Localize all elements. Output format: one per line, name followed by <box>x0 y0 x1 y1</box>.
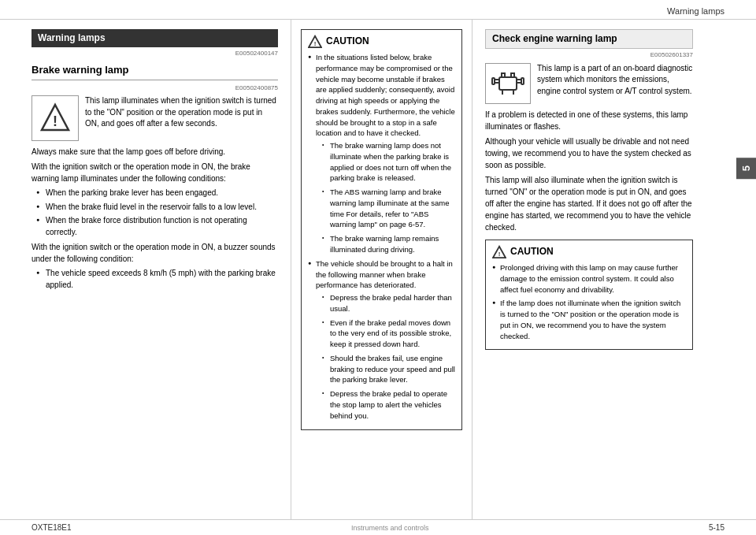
svg-rect-6 <box>492 78 495 84</box>
svg-rect-10 <box>511 73 514 77</box>
caution-body-right: Prolonged driving with this lamp on may … <box>492 262 686 341</box>
list-item: The brake warning lamp does not illumina… <box>322 140 455 184</box>
header-title: Warning lamps <box>667 6 724 16</box>
footer-center: Instruments and controls <box>351 524 429 532</box>
caution-triangle-icon-right: ! <box>492 245 506 259</box>
page-header: Warning lamps <box>0 0 756 20</box>
left-column: Warning lamps E00502400147 Brake warning… <box>0 20 291 519</box>
page-footer: OXTE18E1 Instruments and controls 5-15 <box>0 519 756 535</box>
footer-right: 5-15 <box>709 523 724 532</box>
svg-rect-4 <box>499 77 517 90</box>
caution-box-middle: ! CAUTION In the situations listed below… <box>301 29 462 430</box>
warning-lamps-header: Warning lamps <box>32 29 278 47</box>
caution-header-middle: ! CAUTION <box>308 35 455 49</box>
list-item: The vehicle speed exceeds 8 km/h (5 mph)… <box>36 268 278 291</box>
list-item: The brake warning lamp remains illuminat… <box>322 233 455 255</box>
brake-lamp-box: ! This lamp illuminates when the ignitio… <box>32 95 278 141</box>
check-engine-id: E00502601337 <box>485 50 693 60</box>
footer-left: OXTE18E1 <box>32 523 72 532</box>
list-item: Should the brakes fail, use engine braki… <box>322 353 455 385</box>
middle-column: ! CAUTION In the situations listed below… <box>291 20 472 519</box>
illuminate-text: This lamp will also illuminate when the … <box>485 174 693 233</box>
list-item: When the brake fluid level in the reserv… <box>36 202 278 214</box>
list-item: The vehicle should be brought to a halt … <box>308 258 455 422</box>
problem-text: If a problem is detected in one of these… <box>485 109 693 132</box>
buzzer-list: The vehicle speed exceeds 8 km/h (5 mph)… <box>36 268 278 291</box>
list-item: Depress the brake pedal harder than usua… <box>322 292 455 314</box>
list-item: If the lamp does not illuminate when the… <box>492 298 686 341</box>
brake-lamp-icon: ! <box>32 95 79 141</box>
page-container: Warning lamps Warning lamps E00502400147… <box>0 0 756 535</box>
svg-text:!: ! <box>53 113 57 129</box>
svg-text:!: ! <box>314 40 317 47</box>
list-item: When the parking brake lever has been en… <box>36 188 278 199</box>
drivable-text: Although your vehicle will usually be dr… <box>485 136 693 171</box>
brake-lamp-description: This lamp illuminates when the ignition … <box>85 95 278 141</box>
brake-warning-title: Brake warning lamp <box>32 63 278 80</box>
list-item: The ABS warning lamp and brake warning l… <box>322 187 455 230</box>
engine-description: This lamp is a part of an on-board diagn… <box>537 63 693 104</box>
section-tab: 5 <box>736 158 756 179</box>
right-column: Check engine warning lamp E00502601337 <box>472 20 724 519</box>
svg-text:!: ! <box>498 251 501 258</box>
caution-header-right: ! CAUTION <box>492 245 686 259</box>
ignition-text: With the ignition switch or the operatio… <box>32 161 278 184</box>
content-area: Warning lamps E00502400147 Brake warning… <box>0 20 756 519</box>
buzzer-text: With the ignition switch or the operatio… <box>32 241 278 265</box>
warning-lamps-id: E00502400147 <box>32 49 278 58</box>
caution-body-middle: In the situations listed below, brake pe… <box>308 52 455 422</box>
check-engine-title: Check engine warning lamp <box>485 29 693 49</box>
brake-warning-id: E00502400875 <box>32 84 278 93</box>
list-item: Even if the brake pedal moves down to th… <box>322 318 455 350</box>
list-item: In the situations listed below, brake pe… <box>308 52 455 255</box>
list-item: Depress the brake pedal to operate the s… <box>322 388 455 421</box>
svg-rect-8 <box>521 78 524 84</box>
engine-lamp-icon <box>485 63 531 104</box>
list-item: When the brake force distribution functi… <box>36 215 278 238</box>
svg-rect-9 <box>502 73 505 77</box>
conditions-list: When the parking brake lever has been en… <box>36 188 278 238</box>
caution-box-right: ! CAUTION Prolonged driving with this la… <box>485 240 693 350</box>
engine-lamp-box: This lamp is a part of an on-board diagn… <box>485 63 693 104</box>
list-item: Prolonged driving with this lamp on may … <box>492 262 686 295</box>
caution-triangle-icon: ! <box>308 35 322 49</box>
always-text: Always make sure that the lamp goes off … <box>32 146 278 158</box>
